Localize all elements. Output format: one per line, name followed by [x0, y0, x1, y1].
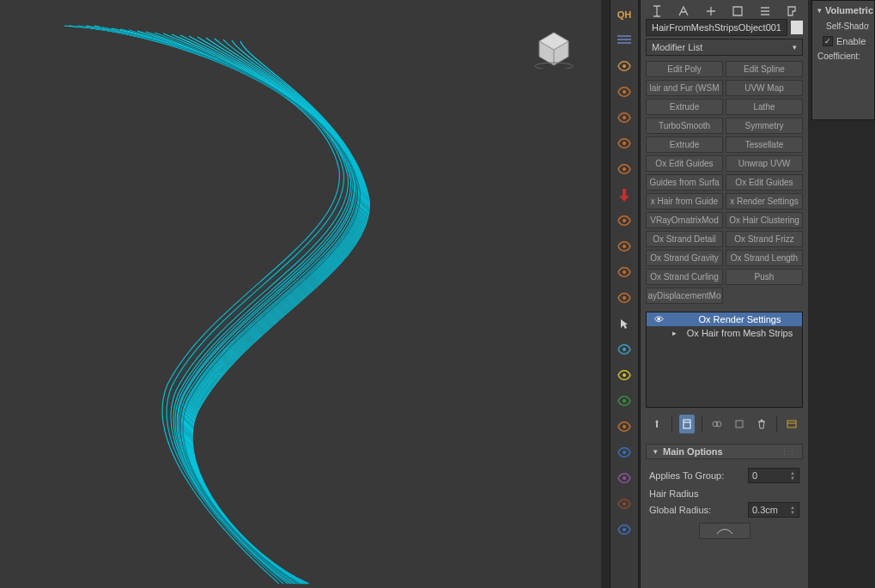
- modifier-button[interactable]: Edit Spline: [726, 61, 803, 77]
- motion-icon[interactable]: [703, 3, 719, 19]
- modifier-button[interactable]: lair and Fur (WSM: [646, 80, 723, 96]
- svg-point-8: [623, 90, 626, 94]
- trash-icon[interactable]: [754, 415, 769, 433]
- hammer-icon[interactable]: [784, 3, 799, 19]
- rollout-grip-icon: ⋮⋮: [780, 446, 795, 458]
- modifier-button[interactable]: Ox Hair Clustering: [726, 212, 803, 228]
- modifier-button[interactable]: Lathe: [726, 99, 803, 115]
- modifier-button[interactable]: UVW Map: [726, 80, 803, 96]
- svg-point-9: [623, 116, 626, 119]
- modifier-button[interactable]: TurboSmooth: [646, 118, 723, 134]
- svg-point-14: [623, 270, 626, 274]
- make-unique-icon[interactable]: [709, 415, 725, 433]
- modifier-button[interactable]: Guides from Surfa: [646, 174, 723, 191]
- modifier-button[interactable]: Symmetry: [726, 118, 803, 134]
- modifier-button[interactable]: x Render Settings: [726, 193, 803, 209]
- radius-curve-button[interactable]: [699, 523, 750, 539]
- applies-to-group-spinner[interactable]: 0▲▼: [748, 468, 799, 483]
- modifier-button[interactable]: x Hair from Guide: [646, 193, 723, 209]
- show-end-result-icon[interactable]: [679, 415, 695, 433]
- sphere-icon[interactable]: [613, 55, 635, 77]
- viewport[interactable]: [0, 0, 601, 588]
- modifier-button[interactable]: VRayOrnatrixMod: [646, 212, 723, 228]
- coil-icon[interactable]: [613, 441, 635, 464]
- pin-stack-icon[interactable]: [649, 415, 665, 433]
- svg-rect-29: [787, 421, 796, 427]
- modifier-stack[interactable]: 👁Ox Render Settings▸Ox Hair from Mesh St…: [646, 312, 803, 408]
- expand-icon[interactable]: ▸: [667, 329, 681, 337]
- brackets-icon[interactable]: [613, 338, 635, 361]
- configure-sets-icon[interactable]: [784, 415, 799, 433]
- modifier-button[interactable]: Extrude: [646, 99, 723, 115]
- modifier-button[interactable]: ayDisplacementMo: [646, 288, 723, 304]
- modifier-button[interactable]: Ox Strand Frizz: [726, 231, 803, 247]
- heart-icon[interactable]: [613, 261, 635, 283]
- plus-icon[interactable]: [649, 3, 665, 19]
- wave2-icon[interactable]: [613, 132, 635, 155]
- enable-label: Enable: [836, 36, 866, 46]
- tracks-icon[interactable]: [613, 364, 635, 386]
- svg-point-7: [623, 64, 626, 68]
- modifier-button[interactable]: Tessellate: [726, 136, 803, 153]
- modifier-button[interactable]: Ox Strand Length: [726, 250, 803, 266]
- stack-toolbar: [641, 411, 808, 437]
- command-panel-tabs: [641, 0, 808, 19]
- lines-icon[interactable]: [613, 29, 635, 52]
- modifier-list-dropdown[interactable]: Modifier List: [646, 39, 803, 56]
- svg-point-17: [623, 373, 626, 377]
- svg-point-22: [623, 502, 626, 506]
- svg-point-15: [623, 296, 626, 300]
- svg-point-11: [623, 167, 626, 171]
- rings-icon[interactable]: [613, 209, 635, 232]
- stack-item[interactable]: ▸Ox Hair from Mesh Strips: [647, 326, 802, 340]
- modifier-button[interactable]: Unwrap UVW: [726, 155, 803, 172]
- visibility-icon[interactable]: 👁: [650, 314, 667, 324]
- global-radius-label: Global Radius:: [649, 505, 743, 515]
- object-name-field[interactable]: HairFromMeshStripsObject001: [646, 19, 787, 36]
- svg-point-27: [716, 421, 721, 427]
- hierarchy-icon[interactable]: [676, 3, 691, 19]
- svg-point-16: [623, 348, 626, 351]
- wave3-icon[interactable]: [613, 287, 635, 309]
- display-icon[interactable]: [730, 3, 745, 19]
- modifier-button[interactable]: Ox Strand Curling: [646, 269, 723, 285]
- chevron-down-icon: ▾: [653, 447, 658, 456]
- drop-icon[interactable]: [613, 467, 635, 489]
- modifier-button[interactable]: Ox Strand Detail: [646, 231, 723, 247]
- svg-point-19: [623, 425, 626, 428]
- svg-point-13: [623, 245, 626, 248]
- bug-icon[interactable]: [613, 415, 635, 438]
- volumetric-title: Volumetric: [825, 5, 873, 15]
- rollout-main-options[interactable]: ▾ Main Options ⋮⋮: [646, 444, 803, 459]
- modifier-button[interactable]: Extrude: [646, 136, 723, 153]
- hook2-icon[interactable]: [613, 518, 635, 541]
- stack-item[interactable]: 👁Ox Render Settings: [647, 312, 802, 326]
- modifier-button[interactable]: Ox Edit Guides: [646, 155, 723, 172]
- swap-icon[interactable]: [613, 235, 635, 258]
- utilities-icon[interactable]: [757, 3, 773, 19]
- hook-icon[interactable]: [613, 106, 635, 129]
- comb-icon[interactable]: [613, 158, 635, 180]
- viewcube[interactable]: [532, 26, 575, 69]
- roots-icon[interactable]: [613, 390, 635, 412]
- modifier-button[interactable]: Ox Edit Guides: [726, 174, 803, 191]
- object-color-swatch[interactable]: [791, 21, 803, 34]
- global-radius-spinner[interactable]: 0.3cm▲▼: [748, 502, 799, 518]
- command-panel: HairFromMeshStripsObject001 Modifier Lis…: [640, 0, 808, 588]
- qh-icon[interactable]: QH: [613, 3, 635, 26]
- enable-checkbox[interactable]: ✓: [823, 36, 833, 46]
- remove-modifier-icon[interactable]: [732, 415, 747, 433]
- modifier-button[interactable]: Push: [726, 269, 803, 285]
- applies-to-label: Applies To Group:: [649, 470, 743, 481]
- modifier-button[interactable]: Ox Strand Gravity: [646, 250, 723, 266]
- svg-point-18: [623, 399, 626, 403]
- volumetric-panel: ▾ Volumetric Self-Shadowi ✓ Enable Coeff…: [811, 0, 875, 120]
- down-arrow-icon[interactable]: [613, 184, 635, 206]
- svg-point-10: [623, 142, 626, 145]
- bend-icon[interactable]: [613, 493, 635, 515]
- modifier-button[interactable]: Edit Poly: [646, 61, 723, 77]
- rollout-title: Main Options: [663, 446, 723, 457]
- svg-point-12: [623, 219, 626, 222]
- pointer-icon[interactable]: [613, 312, 635, 335]
- wave1-icon[interactable]: [613, 81, 635, 103]
